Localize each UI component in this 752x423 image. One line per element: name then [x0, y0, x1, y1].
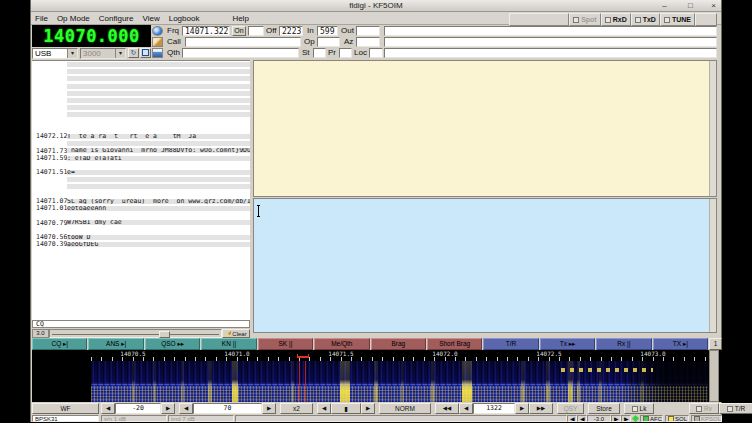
cq-search-field[interactable]: CQ	[32, 320, 250, 328]
scroll-right-button[interactable]: ▶	[361, 403, 375, 414]
browser-row[interactable]	[32, 111, 250, 118]
clear-button[interactable]: Clear	[222, 329, 250, 338]
on-button[interactable]: On	[232, 26, 246, 36]
ref-level-down-button[interactable]: ◀	[101, 403, 115, 414]
browser-row[interactable]	[32, 83, 250, 90]
sql-toggle[interactable]: SQL	[665, 415, 689, 423]
menu-item[interactable]: Logbook	[169, 14, 200, 23]
pr-field[interactable]	[339, 48, 352, 58]
tx-scrollbar[interactable]	[709, 199, 716, 332]
browser-row[interactable]	[32, 183, 250, 190]
fine-up-button[interactable]: ▶	[515, 403, 529, 414]
browser-row[interactable]	[32, 119, 250, 126]
fine-down-button[interactable]: ◀	[459, 403, 473, 414]
op-field[interactable]	[317, 37, 340, 47]
notes-field-2[interactable]	[384, 37, 717, 47]
loc-field[interactable]	[369, 48, 383, 58]
browser-row[interactable]	[32, 255, 250, 262]
minimize-button[interactable]: –	[660, 1, 669, 10]
macro-button[interactable]: CQ ▸|	[32, 338, 87, 350]
macro-button[interactable]: ANS ▸|	[88, 338, 143, 350]
menu-item[interactable]: Help	[232, 14, 248, 23]
browser-row[interactable]	[32, 262, 250, 269]
browser-row[interactable]	[32, 75, 250, 82]
macro-button[interactable]: Short Brag	[427, 338, 482, 350]
out-field[interactable]	[356, 26, 380, 36]
macro-button[interactable]: Tx ▸▸	[540, 338, 595, 350]
wf-mode-button[interactable]: WF	[32, 403, 99, 414]
browser-row[interactable]	[32, 97, 250, 104]
browser-row[interactable]	[32, 68, 250, 75]
globe-icon[interactable]	[152, 26, 163, 36]
browser-row[interactable]: 14071.01 eotoaeeAnn	[32, 205, 250, 212]
st-field[interactable]	[313, 48, 326, 58]
macro-page-button[interactable]: 1	[709, 338, 722, 350]
afc-toggle[interactable]: AFC	[640, 415, 663, 423]
notes-field-1[interactable]	[384, 26, 717, 36]
squelch-level-value[interactable]: -3.0	[587, 415, 611, 423]
macro-button[interactable]: T/R	[483, 338, 538, 350]
in-field[interactable]: 599	[317, 26, 338, 36]
off-field[interactable]: 2223	[279, 26, 303, 36]
bandwidth-select[interactable]: 3000▾	[80, 48, 126, 59]
maximize-button[interactable]: □	[686, 1, 695, 10]
ref-level-value[interactable]: -20	[115, 403, 161, 414]
scroll-left-button[interactable]: ◀	[317, 403, 331, 414]
browser-row[interactable]	[32, 104, 250, 111]
frequency-display[interactable]: 14070.000	[32, 25, 151, 47]
bandwidth-marker[interactable]	[297, 354, 309, 358]
macro-button[interactable]: SK ||	[258, 338, 313, 350]
browser-row[interactable]	[32, 90, 250, 97]
menu-item[interactable]: Configure	[99, 14, 134, 23]
squelch-slider[interactable]	[49, 329, 222, 338]
range-value[interactable]: 70	[193, 403, 262, 414]
ref-level-up-button[interactable]: ▶	[161, 403, 175, 414]
macro-button[interactable]: TX ▸|	[653, 338, 708, 350]
on-field[interactable]	[248, 26, 264, 36]
browser-row[interactable]	[32, 248, 250, 255]
mode-select[interactable]: USB▾	[32, 48, 78, 59]
close-button[interactable]: ×	[709, 1, 718, 10]
pencil-icon[interactable]	[152, 37, 163, 47]
squelch-up-fast-button[interactable]: ▶	[621, 415, 631, 423]
qth-field[interactable]	[182, 48, 299, 58]
coarse-down-button[interactable]: ◀◀	[435, 403, 459, 414]
macro-button[interactable]: Me/Qth	[314, 338, 369, 350]
browser-row[interactable]	[32, 305, 250, 312]
tx-text-panel[interactable]	[253, 198, 717, 333]
range-up-button[interactable]: ▶	[262, 403, 276, 414]
rx-text-panel[interactable]	[253, 60, 717, 197]
qsy-button[interactable]: QSY	[557, 403, 584, 414]
browser-row[interactable]	[32, 291, 250, 298]
browser-row[interactable]	[32, 61, 250, 68]
menu-item[interactable]: Op Mode	[57, 14, 90, 23]
browser-row[interactable]: 14071.59 : eTaD eTaTati	[32, 154, 250, 161]
book-icon[interactable]	[152, 48, 163, 58]
store-button[interactable]: Store	[588, 403, 620, 414]
macro-button[interactable]: Brag	[371, 338, 426, 350]
notes-field-3[interactable]	[384, 48, 717, 58]
lock-toggle[interactable]: Lk	[624, 403, 654, 414]
menu-item[interactable]: View	[142, 14, 159, 23]
browser-row[interactable]	[32, 269, 250, 276]
waterfall-scrollbar[interactable]	[709, 350, 719, 402]
waterfall-display[interactable]	[32, 361, 708, 402]
window-icon[interactable]	[140, 48, 151, 58]
browser-row[interactable]	[32, 313, 250, 320]
frq-field[interactable]: 14071.322	[182, 26, 230, 36]
zoom-button[interactable]: x2	[280, 403, 313, 414]
az-field[interactable]	[356, 37, 380, 47]
browser-row[interactable]: 14070.39 aeoGfDEG	[32, 241, 250, 248]
browser-row[interactable]: 14071.51 e=	[32, 169, 250, 176]
waterfall-cursor[interactable]	[299, 361, 306, 402]
audio-offset-value[interactable]: 1322	[473, 403, 515, 414]
browser-row[interactable]	[32, 176, 250, 183]
reverse-toggle[interactable]: Rv	[689, 403, 719, 414]
squelch-down-fast-button[interactable]: ◀	[567, 415, 577, 423]
kpsql-toggle[interactable]: KPSQL	[691, 415, 722, 423]
macro-button[interactable]: Rx ||	[596, 338, 651, 350]
browser-row[interactable]	[32, 298, 250, 305]
browser-row[interactable]	[32, 284, 250, 291]
chevron-down-icon[interactable]: ▾	[115, 49, 125, 58]
hold-button[interactable]: ▮	[331, 403, 361, 414]
